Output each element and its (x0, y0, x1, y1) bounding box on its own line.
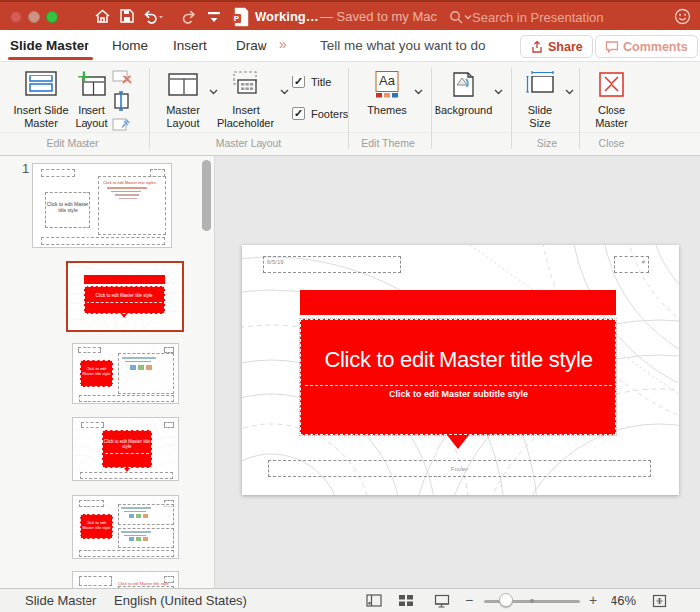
master-layout-button[interactable]: Master Layout (159, 70, 207, 130)
preserve-master-button[interactable] (111, 115, 133, 139)
date-placeholder[interactable]: 6/5/19 (263, 256, 401, 273)
themes-button[interactable]: Aa Themes (364, 70, 410, 117)
footer-placeholder[interactable]: Footer (268, 460, 651, 477)
title-checkbox-label: Title (311, 76, 331, 88)
zoom-level[interactable]: 46% (611, 593, 636, 608)
share-icon (530, 40, 544, 54)
footers-checkbox-label: Footers (311, 108, 348, 120)
ribbon-tab-row: Slide Master Home Insert Draw » Tell me … (0, 30, 700, 62)
background-icon (448, 70, 478, 99)
themes-chevron-icon[interactable] (414, 81, 423, 99)
slide-size-label: Slide Size (519, 104, 561, 130)
normal-view-icon (366, 594, 382, 607)
insert-layout-icon (76, 70, 107, 99)
search-field[interactable] (449, 6, 648, 28)
minimize-window-button[interactable] (28, 11, 40, 23)
thumb-date-placeholder (41, 169, 75, 177)
tab-overflow-chevron[interactable]: » (279, 36, 287, 52)
slide-size-chevron-icon[interactable] (565, 81, 574, 99)
group-label-edit-master: Edit Master (18, 137, 127, 149)
home-icon[interactable] (94, 8, 111, 29)
background-label: Background (435, 104, 493, 117)
insert-placeholder-button[interactable]: Insert Placeholder (215, 70, 276, 130)
delete-slide-button[interactable] (111, 68, 133, 91)
normal-view-button[interactable] (366, 594, 382, 610)
undo-icon[interactable] (142, 8, 164, 29)
title-placeholder[interactable]: Click to edit Master title style Click t… (300, 319, 616, 435)
insert-slide-master-icon (24, 70, 58, 99)
thumbnail-partial-layout[interactable]: Click to edit Master title style (72, 571, 179, 588)
thumb-title-box: Click to edit Master title style (80, 360, 113, 387)
slide-sorter-button[interactable] (398, 594, 414, 610)
status-view-name[interactable]: Slide Master (25, 593, 96, 608)
rename-slide-icon (111, 91, 133, 111)
themes-icon: Aa (373, 70, 401, 99)
zoom-slider-knob[interactable] (499, 593, 513, 607)
workspace: 1 Click to edit Master title style Click… (0, 156, 700, 588)
share-button[interactable]: Share (520, 35, 593, 58)
close-master-label: Close Master (589, 104, 634, 130)
zoom-out-button[interactable]: − (465, 592, 473, 608)
subtitle-separator (305, 385, 612, 386)
background-button[interactable]: Background (436, 70, 491, 117)
tab-slide-master[interactable]: Slide Master (10, 38, 89, 53)
insert-layout-button[interactable]: Insert Layout (70, 70, 113, 130)
thumb-footer-placeholder (41, 237, 165, 245)
tab-insert[interactable]: Insert (173, 38, 207, 53)
thumbnail-section-header-layout[interactable]: Click to edit Master title style (72, 417, 179, 481)
date-text: 6/5/19 (267, 259, 284, 265)
thumbnail-slide-master[interactable]: Click to edit Master title style Click t… (32, 163, 172, 248)
status-bar: Slide Master English (United States) − +… (0, 588, 700, 612)
tab-draw[interactable]: Draw (236, 38, 267, 53)
zoom-window-button[interactable] (46, 11, 58, 23)
group-divider (149, 68, 150, 149)
insert-layout-label: Insert Layout (70, 104, 113, 130)
thumbnail-two-content-layout[interactable]: Click to edit Master title style (72, 495, 179, 559)
search-scope-chevron-icon[interactable] (464, 14, 472, 20)
feedback-smiley-icon[interactable] (674, 8, 691, 29)
footers-checkbox[interactable]: ✓ (292, 107, 305, 120)
ribbon: Insert Slide Master Insert Layout Edit M… (0, 62, 700, 156)
save-icon[interactable] (119, 8, 135, 28)
thumb-title-placeholder: Click to edit Master title style (45, 192, 90, 228)
insert-slide-master-button[interactable]: Insert Slide Master (10, 70, 72, 130)
close-window-button[interactable] (10, 11, 22, 23)
title-checkbox[interactable]: ✓ (292, 76, 305, 88)
quick-access-menu-icon[interactable] (207, 10, 221, 28)
thumbnail-title-slide-layout-selected[interactable]: Click to edit Master title style (66, 261, 184, 332)
share-label: Share (548, 40, 583, 54)
rename-slide-button[interactable] (111, 91, 133, 115)
slide-size-button[interactable]: Slide Size (519, 70, 561, 130)
sidebar-scrollbar[interactable] (202, 160, 211, 231)
insert-placeholder-label: Insert Placeholder (215, 104, 276, 130)
search-input[interactable] (472, 10, 621, 25)
slideshow-button[interactable] (434, 594, 450, 611)
tell-me-search[interactable]: Tell me what you want to do (320, 38, 486, 53)
close-master-button[interactable]: Close Master (589, 70, 634, 130)
fit-to-window-button[interactable] (652, 594, 667, 611)
zoom-in-button[interactable]: + (589, 592, 597, 608)
background-chevron-icon[interactable] (494, 81, 503, 99)
red-accent-bar[interactable] (300, 290, 616, 315)
redo-icon[interactable] (180, 8, 197, 29)
slide-size-icon (525, 70, 555, 99)
insert-placeholder-chevron-icon[interactable] (280, 81, 289, 99)
status-language[interactable]: English (United States) (114, 593, 247, 608)
comments-button[interactable]: Comments (595, 35, 698, 58)
footers-checkbox-row[interactable]: ✓ Footers (292, 107, 348, 120)
title-checkbox-row[interactable]: ✓ Title (292, 76, 331, 88)
svg-text:P: P (234, 14, 240, 23)
fit-to-window-icon (652, 594, 667, 608)
slide-editing-area[interactable]: 6/5/19 # Click to edit Master title styl… (242, 245, 679, 495)
title-bar: P Working… — Saved to my Mac (0, 0, 700, 30)
comment-icon (605, 40, 619, 54)
thumb-title-box: Click to edit Master title style (84, 286, 165, 314)
tab-home[interactable]: Home (112, 38, 148, 53)
zoom-slider-detent (530, 599, 534, 603)
group-divider (431, 68, 432, 149)
thumbnail-title-and-content-layout[interactable]: Click to edit Master title style (72, 343, 179, 404)
thumb-title-box: Click to edit Master title style (80, 514, 113, 539)
svg-text:Aa: Aa (379, 74, 396, 88)
slide-number-placeholder[interactable]: # (614, 256, 649, 273)
thumbnail-pane: 1 Click to edit Master title style Click… (0, 156, 215, 588)
